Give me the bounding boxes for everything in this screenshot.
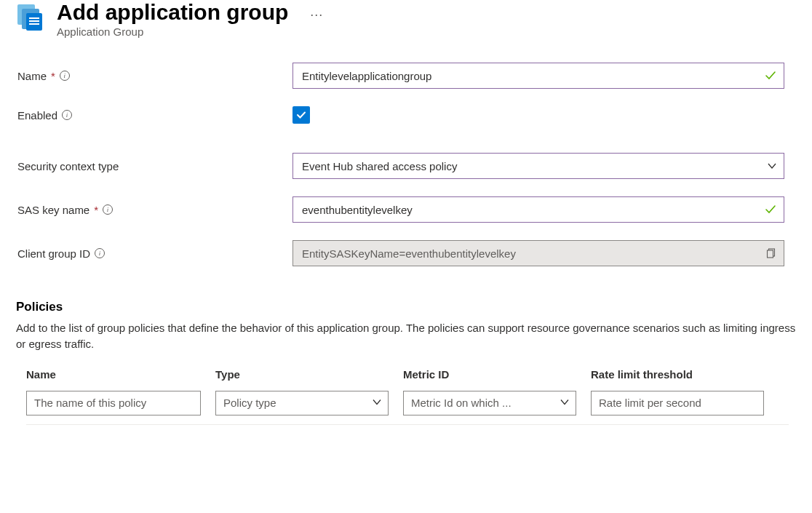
page-header: Add application group Application Group … bbox=[16, 0, 796, 38]
policies-heading: Policies bbox=[16, 300, 796, 314]
policy-type-select[interactable]: Policy type bbox=[215, 391, 389, 415]
security-context-value: Event Hub shared access policy bbox=[302, 160, 457, 172]
policy-metric-id-placeholder: Metric Id on which ... bbox=[411, 397, 512, 409]
col-metric-id: Metric ID bbox=[403, 368, 576, 381]
col-rate-limit-threshold: Rate limit threshold bbox=[591, 368, 764, 381]
policy-input-row: The name of this policy Policy type Metr… bbox=[16, 391, 796, 415]
enabled-checkbox[interactable] bbox=[292, 106, 310, 124]
info-icon[interactable]: i bbox=[103, 204, 113, 215]
policy-type-placeholder: Policy type bbox=[223, 397, 276, 409]
required-mark: * bbox=[94, 204, 98, 216]
security-context-row: Security context type Event Hub shared a… bbox=[17, 153, 796, 179]
policy-columns-header: Name Type Metric ID Rate limit threshold bbox=[16, 368, 796, 381]
policy-name-input[interactable]: The name of this policy bbox=[26, 391, 201, 415]
info-icon[interactable]: i bbox=[95, 248, 105, 258]
app-group-icon bbox=[16, 3, 45, 34]
chevron-down-icon bbox=[767, 161, 777, 171]
required-mark: * bbox=[51, 70, 55, 82]
valid-check-icon bbox=[764, 203, 777, 216]
valid-check-icon bbox=[764, 69, 777, 82]
col-name: Name bbox=[26, 368, 201, 381]
info-icon[interactable]: i bbox=[62, 110, 72, 120]
page-subtitle: Application Group bbox=[57, 25, 288, 38]
client-group-id-row: Client group ID i EntitySASKeyName=event… bbox=[17, 240, 796, 266]
sas-key-row: SAS key name * i bbox=[17, 196, 796, 223]
sas-key-input[interactable] bbox=[292, 196, 784, 223]
name-row: Name * i bbox=[17, 63, 796, 89]
policies-description: Add to the list of group policies that d… bbox=[16, 320, 796, 352]
name-input[interactable] bbox=[292, 63, 784, 89]
svg-rect-4 bbox=[29, 20, 39, 22]
page-title: Add application group bbox=[57, 0, 288, 24]
svg-rect-7 bbox=[768, 250, 773, 258]
security-context-label: Security context type bbox=[17, 160, 119, 172]
policy-row-divider bbox=[26, 424, 789, 425]
client-group-id-label: Client group ID bbox=[17, 247, 90, 260]
svg-rect-5 bbox=[29, 23, 39, 25]
info-icon[interactable]: i bbox=[60, 71, 70, 81]
chevron-down-icon bbox=[372, 397, 382, 409]
policy-rate-limit-placeholder: Rate limit per second bbox=[599, 397, 701, 409]
policy-metric-id-select[interactable]: Metric Id on which ... bbox=[403, 391, 576, 415]
policy-name-placeholder: The name of this policy bbox=[34, 397, 146, 409]
chevron-down-icon bbox=[560, 397, 570, 409]
svg-rect-3 bbox=[29, 17, 39, 19]
more-actions-button[interactable]: ··· bbox=[310, 7, 323, 23]
copy-icon[interactable] bbox=[766, 248, 777, 259]
security-context-select[interactable]: Event Hub shared access policy bbox=[292, 153, 784, 179]
name-label: Name bbox=[17, 70, 47, 82]
client-group-id-field: EntitySASKeyName=eventhubentitylevelkey bbox=[292, 240, 784, 266]
col-type: Type bbox=[215, 368, 389, 381]
client-group-id-value: EntitySASKeyName=eventhubentitylevelkey bbox=[302, 247, 516, 260]
enabled-row: Enabled i bbox=[17, 106, 796, 124]
policy-rate-limit-input[interactable]: Rate limit per second bbox=[591, 391, 764, 415]
enabled-label: Enabled bbox=[17, 109, 57, 122]
sas-key-label: SAS key name bbox=[17, 204, 89, 216]
